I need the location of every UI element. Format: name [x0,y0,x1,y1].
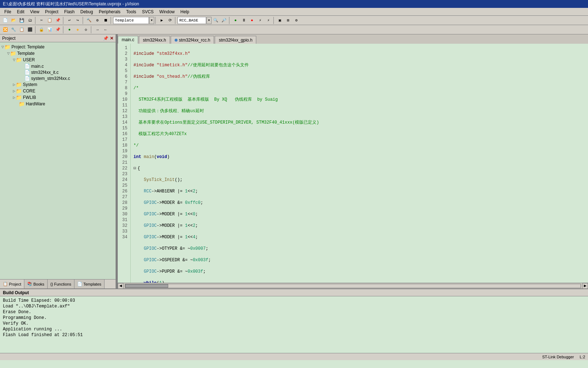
run-btn[interactable]: ● [232,17,239,24]
menu-project[interactable]: Project [42,9,61,15]
tab-bar: main.c stm32f4xx.h stm32f4xx_rcc.h stm32… [118,34,588,44]
tree-main-c[interactable]: 📄 main.c [0,63,116,69]
tab-books[interactable]: 📚 Books [24,279,48,288]
zoom-btn[interactable]: 🔍 [212,17,220,24]
status-position: L:2 [580,355,585,359]
target-dropdown[interactable]: Template [113,17,149,24]
t2-btn12[interactable]: ← [102,26,110,33]
project-pin-btn[interactable]: 📌 [103,36,108,41]
t2-btn2[interactable]: 🔧 [10,26,18,33]
win2-btn[interactable]: ⊞ [284,17,292,24]
hscroll-left-btn[interactable]: ◀ [118,283,123,289]
tree-it-c[interactable]: 📄 stm32f4xx_it.c [0,69,116,75]
undo-btn[interactable]: ↩ [65,17,73,24]
t2-btn6[interactable]: 📊 [46,26,54,33]
project-header: Project 📌 ✕ [0,34,116,42]
menu-file[interactable]: File [1,9,14,15]
menu-debug[interactable]: Debug [78,9,96,15]
code-tab-main-c[interactable]: main.c [118,36,138,44]
target-dropdown-arrow[interactable]: ▼ [149,17,154,24]
tree-hardware[interactable]: 📁 HardWare [0,101,116,107]
t2-btn3[interactable]: 📋 [18,26,26,33]
step-btn[interactable]: ⚡ [256,17,264,24]
new-btn[interactable]: 📄 [1,17,9,24]
menu-tools[interactable]: Tools [123,9,139,15]
stop2-btn[interactable]: ● [248,17,256,24]
t2-sep1 [35,26,37,33]
project-close-btn[interactable]: ✕ [110,36,113,41]
project-title: Project [2,36,15,41]
save-all-btn[interactable]: 🗂 [26,17,34,24]
menu-edit[interactable]: Edit [14,9,27,15]
pause-btn[interactable]: ⏸ [240,17,248,24]
tab-project[interactable]: 📋 Project [0,279,24,288]
flash-btn[interactable]: ⚡ [264,17,272,24]
build-all-btn[interactable]: ⚙ [93,17,101,24]
t2-btn8[interactable]: ● [65,26,73,33]
tree-user[interactable]: ▽ 📁 USER [0,57,116,63]
menu-svcs[interactable]: SVCS [139,9,157,15]
code-tab-rcc[interactable]: stm32f4xx_rcc.h [171,36,214,44]
code-hscroll[interactable]: ◀ ▶ [118,283,588,288]
user-folder-icon: 📁 [16,57,22,63]
code-tab-gpio-label: stm32f4xx_gpio.h [219,38,252,43]
code-lines: #include "stm32f4xx.h" #include "timetic… [131,44,588,283]
rcc-dropdown[interactable]: RCC_BASE [178,17,206,24]
t2-btn10[interactable]: ◇ [82,26,90,33]
project-folder-icon: 📁 [4,44,10,50]
build-btn[interactable]: 🔨 [85,17,93,24]
system-c-label: system_stm32f4xx.c [31,76,70,81]
tree-template[interactable]: ▽ 📁 Template [0,50,116,57]
toolbar1: 📄 📂 💾 🗂 ✂ 📋 📌 ↩ ↪ 🔨 ⚙ ⏹ Template ▼ ▶ ⟳ R… [0,16,588,25]
t2-btn7[interactable]: 📌 [54,26,62,33]
menu-view[interactable]: View [27,9,42,15]
tree-project-root[interactable]: ▽ 📁 Project: Template [0,44,116,50]
code-tab-stm32h[interactable]: stm32f4xx.h [139,36,170,44]
t2-btn11[interactable]: → [93,26,101,33]
paste-btn[interactable]: 📌 [54,17,62,24]
tree-system[interactable]: ▷ 📁 System [0,81,116,88]
tree-core[interactable]: ▷ 📁 CORE [0,88,116,94]
t2-btn4[interactable]: ⬛ [26,26,34,33]
menu-window[interactable]: Window [156,9,178,15]
t2-sep3 [91,26,92,33]
t2-btn9[interactable]: ◈ [74,26,82,33]
menu-help[interactable]: Help [178,9,192,15]
redo-btn[interactable]: ↪ [74,17,82,24]
hscroll-thumb[interactable] [125,284,168,288]
open-btn[interactable]: 📂 [10,17,18,24]
code-editor[interactable]: 1 2 3 4 5 6 7 8 9 10 11 12 13 14 15 16 1 [118,44,588,283]
stop-btn[interactable]: ⏹ [102,17,110,24]
tab-functions-label: Functions [54,282,71,286]
sep8 [273,17,275,24]
cut-btn[interactable]: ✂ [38,17,45,24]
t2-btn1[interactable]: 🔀 [1,26,9,33]
sep1 [35,17,37,24]
save-btn[interactable]: 💾 [18,17,26,24]
hscroll-track[interactable] [125,284,581,288]
t2-btn5[interactable]: 🔒 [38,26,45,33]
tab-functions[interactable]: {} Functions [48,279,74,288]
expand-icon: ▽ [1,45,4,49]
reset-btn[interactable]: ⟳ [166,17,174,24]
zoom2-btn[interactable]: 🔎 [220,17,228,24]
build-line-1: Build Time Elapsed: 00:00:03 [3,298,585,304]
build-line-3: Erase Done. [3,309,585,315]
status-debugger: ST-Link Debugger [542,355,574,359]
menu-peripherals[interactable]: Peripherals [96,9,123,15]
tab-templates[interactable]: 📄 Templates [74,279,105,288]
sep4 [111,17,112,24]
debug-btn[interactable]: ▶ [158,17,166,24]
rcc-dropdown-arrow[interactable]: ▼ [206,17,212,24]
system-folder-icon: 📁 [16,82,22,87]
hscroll-right-btn[interactable]: ▶ [582,283,588,289]
menu-flash[interactable]: Flash [61,9,77,15]
code-tab-gpio[interactable]: stm32f4xx_gpio.h [215,36,256,44]
tree-system-c[interactable]: 📄 system_stm32f4xx.c [0,75,116,81]
win-btn[interactable]: ▣ [276,17,284,24]
copy-btn[interactable]: 📋 [46,17,54,24]
main-layout: Project 📌 ✕ ▽ 📁 Project: Template ▽ 📁 Te… [0,34,588,288]
tree-fwlib[interactable]: ▷ 📁 FWLIB [0,94,116,101]
settings-btn[interactable]: ⚙ [292,17,300,24]
build-line-4: Programming Done. [3,315,585,321]
